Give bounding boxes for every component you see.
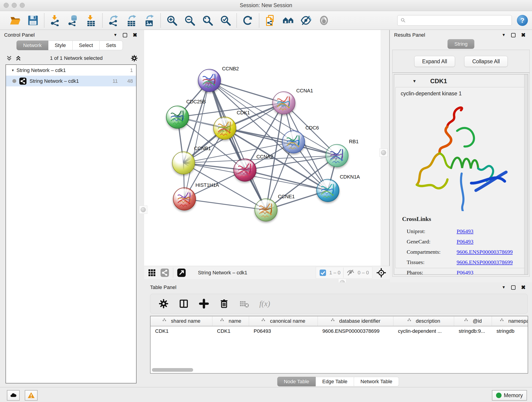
detach-view-icon[interactable] (177, 268, 186, 277)
table-row[interactable]: CDK1CDK1P064939606.ENSP00000378699cyclin… (151, 326, 528, 336)
function-builder-icon[interactable]: f(x) (259, 299, 270, 308)
float-results-icon[interactable]: ▼ (502, 33, 506, 37)
tab-style[interactable]: Style (48, 41, 73, 50)
gene-description: cyclin-dependent kinase 1 (396, 87, 526, 98)
help-button[interactable]: ? (517, 15, 528, 26)
network-node-CDC25B[interactable] (166, 106, 189, 128)
node-structure-thumbnail (276, 96, 292, 111)
column-header-sharedname[interactable]: shared name (151, 316, 212, 326)
maximize-results-icon[interactable] (511, 33, 515, 37)
column-header-canonicalname[interactable]: canonical name (249, 316, 318, 326)
network-node-HIST1H1A[interactable] (173, 187, 196, 211)
splitter-handle-right[interactable] (380, 148, 388, 157)
tab-network[interactable]: Network (17, 41, 48, 50)
splitter-handle-left[interactable] (139, 206, 147, 214)
network-tree: ▾ String Network – cdk1 1 String Network… (6, 64, 137, 383)
maximize-table-icon[interactable] (511, 285, 515, 290)
tab-node-table[interactable]: Node Table (277, 377, 316, 386)
column-header-name[interactable]: name (212, 316, 249, 326)
search-input[interactable] (408, 18, 509, 23)
export-network-button[interactable] (108, 14, 120, 26)
zoom-in-button[interactable] (166, 14, 178, 26)
birdseye-crosshair-icon[interactable] (376, 268, 386, 278)
crosslink-label: Uniprot: (407, 228, 457, 235)
tree-icon (331, 318, 336, 324)
network-canvas[interactable]: CCNB2CCNA1CDC25BCDK1CDC6RB1CCNB1CCNA2CDK… (144, 30, 380, 266)
hidden-eye-slash-icon[interactable] (346, 268, 355, 277)
delete-table-icon[interactable] (239, 299, 249, 309)
tab-network-table[interactable]: Network Table (354, 377, 399, 386)
table-settings-gear-icon[interactable] (158, 299, 169, 309)
close-table-icon[interactable]: ✖ (521, 285, 526, 290)
crosslink-link[interactable]: P06493 (457, 228, 473, 235)
expand-all-networks-icon[interactable] (5, 55, 14, 62)
float-table-icon[interactable]: ▼ (502, 285, 506, 290)
memory-button[interactable]: Memory (492, 390, 527, 401)
tab-string[interactable]: String (447, 39, 474, 49)
network-view-share-icon[interactable] (160, 268, 169, 277)
zoom-out-button[interactable] (184, 14, 196, 26)
save-session-button[interactable] (27, 14, 39, 26)
close-results-icon[interactable]: ✖ (521, 32, 526, 38)
import-table-button[interactable] (85, 14, 97, 26)
import-network-button[interactable] (50, 14, 61, 26)
cloud-status-button[interactable] (7, 390, 20, 401)
tab-edge-table[interactable]: Edge Table (316, 377, 354, 386)
collapse-all-networks-icon[interactable] (14, 55, 23, 62)
column-header-description[interactable]: description (393, 316, 454, 326)
gene-collapse-icon[interactable]: ▼ (412, 79, 417, 84)
zoom-fit-button[interactable] (202, 14, 214, 26)
export-table-button[interactable] (126, 14, 138, 26)
crosslink-link[interactable]: P06493 (457, 239, 473, 245)
maximize-panel-icon[interactable] (123, 33, 127, 37)
refresh-button[interactable] (242, 14, 254, 26)
expand-all-button[interactable]: Expand All (414, 56, 455, 67)
delete-column-icon[interactable] (219, 299, 229, 309)
collection-count: 1 (120, 67, 133, 73)
tab-sets[interactable]: Sets (100, 41, 123, 50)
network-node-CCNB2[interactable] (198, 69, 221, 92)
clone-network-button[interactable] (264, 14, 276, 26)
network-collection-row[interactable]: ▾ String Network – cdk1 1 (6, 65, 136, 76)
column-header-namespace[interactable]: namespace (492, 316, 528, 326)
selected-checkbox-icon[interactable] (319, 269, 326, 276)
crosslink-link[interactable]: P06493 (457, 269, 473, 274)
network-node-CCNE1[interactable] (254, 198, 278, 221)
search-box[interactable] (397, 15, 512, 26)
warnings-button[interactable] (25, 390, 38, 401)
show-panel-eye-button[interactable] (318, 14, 330, 26)
add-column-icon[interactable] (199, 299, 209, 309)
home-network-button[interactable] (282, 14, 294, 26)
collection-expand-icon[interactable]: ▾ (12, 68, 14, 72)
results-panel: Results Panel ▼ ✖ String Expand All Coll… (390, 30, 532, 282)
table-hscrollbar[interactable] (151, 368, 528, 372)
hide-panel-glasses-button[interactable] (300, 14, 312, 26)
network-row[interactable]: String Network – cdk1 11 48 (6, 76, 136, 86)
open-session-button[interactable] (9, 14, 21, 26)
column-header-databaseidentifier[interactable]: database identifier (318, 316, 393, 326)
collapse-all-button[interactable]: Collapse All (464, 56, 508, 67)
results-scrollbar[interactable] (524, 75, 528, 274)
show-columns-icon[interactable] (179, 299, 189, 309)
grid-view-icon[interactable] (147, 268, 157, 277)
zoom-selected-button[interactable] (220, 14, 231, 26)
import-database-button[interactable] (67, 14, 79, 26)
network-node-CCNB1[interactable] (172, 152, 195, 174)
tab-select[interactable]: Select (73, 41, 100, 50)
crosslink-link[interactable]: 9606.ENSP00000378699 (457, 259, 513, 265)
network-node-CDKN1A[interactable] (317, 179, 339, 202)
network-node-CDC6[interactable] (282, 130, 305, 153)
close-panel-icon[interactable]: ✖ (133, 32, 137, 38)
network-node-RB1[interactable] (326, 144, 348, 167)
home-network-icon (283, 15, 294, 26)
crosslink-link[interactable]: 9606.ENSP00000378699 (457, 249, 513, 255)
column-header-id[interactable]: @id (454, 316, 492, 326)
export-image-button[interactable] (143, 14, 155, 26)
network-node-CCNA2[interactable] (234, 159, 256, 182)
network-options-gear-icon[interactable] (130, 55, 139, 62)
float-panel-icon[interactable]: ▼ (114, 33, 117, 37)
network-scrollbar-strip[interactable] (380, 30, 390, 266)
node-table[interactable]: shared namenamecanonical namedatabase id… (150, 316, 528, 374)
network-node-CCNA1[interactable] (272, 91, 295, 114)
network-node-CDK1[interactable] (213, 117, 236, 140)
